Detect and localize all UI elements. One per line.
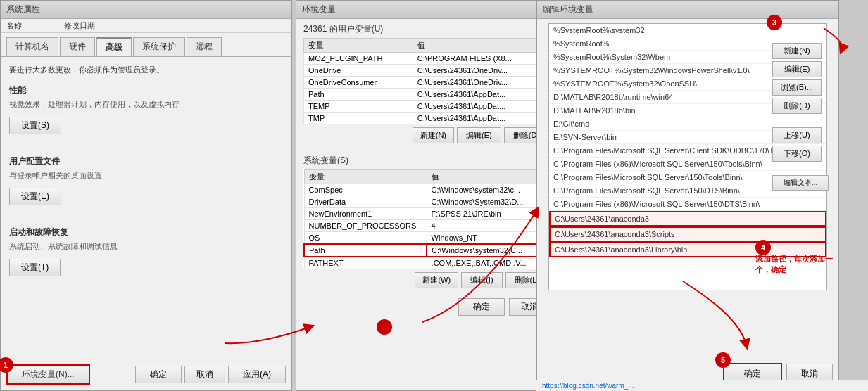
performance-section: 性能 视觉效果，处理器计划，内存使用，以及虚拟内存 设置(S) [9,84,283,146]
sys-apply-btn[interactable]: 应用(A) [228,366,286,383]
sys-val-col: 值 [427,170,548,184]
sys-cancel-btn[interactable]: 取消 [184,366,225,383]
sys-var-row[interactable]: NUMBER_OF_PROCESSORS4 [304,220,548,232]
sys-var-row[interactable]: OSWindows_NT [304,232,548,245]
sys-props-title: 系统属性 [6,4,40,15]
performance-title: 性能 [9,84,283,96]
badge-2 [377,319,392,335]
path-move-up-btn[interactable]: 上移(U) [772,127,822,143]
user-vars-label: 24361 的用户变量(U) [303,23,548,35]
startup-settings-btn[interactable]: 设置(T) [9,259,61,276]
sys-notice: 要进行大多数更改，你必须作为管理员登录。 [9,64,283,76]
path-dialog-title: 编辑环境变量 [537,1,838,19]
user-var-row[interactable]: TEMPC:\Users\24361\AppDat... [304,101,548,113]
tabs-container: 计算机名 硬件 高级 系统保护 远程 [1,33,291,57]
path-edit-dialog: 编辑环境变量 %SystemRoot%\system32%SystemRoot%… [536,0,839,391]
path-delete-btn[interactable]: 删除(D) [772,98,822,114]
sys-content: 要进行大多数更改，你必须作为管理员登录。 性能 视觉效果，处理器计划，内存使用，… [1,57,291,305]
path-list-item[interactable]: C:\Program Files (x86)\Microsoft SQL Ser… [549,198,826,211]
badge-5: 5 [715,352,731,368]
user-profile-title: 用户配置文件 [9,155,283,167]
sys-var-row[interactable]: DriverDataC:\Windows\System32\D... [304,196,548,208]
startup-recovery-section: 启动和故障恢复 系统启动、系统故障和调试信息 设置(T) [9,226,283,288]
env-dialog-title: 环境变量 [296,1,555,19]
user-profile-section: 用户配置文件 与登录帐户相关的桌面设置 设置(E) [9,155,283,217]
sys-edit-btn[interactable]: 编辑(I) [461,272,502,288]
env-vars-button[interactable]: 环境变量(N)... [6,364,90,385]
user-val-col: 值 [413,39,548,53]
user-var-row[interactable]: MOZ_PLUGIN_PATHC:\PROGRAM FILES (X8... [304,53,548,65]
sys-var-row[interactable]: PathC:\Windows\system32;C... [304,244,548,257]
col-name: 名称 [6,20,22,31]
path-move-down-btn[interactable]: 下移(O) [772,146,822,162]
user-vars-btns: 新建(N) 编辑(E) 删除(D) [303,127,548,143]
user-vars-section: 24361 的用户变量(U) 变量 值 MOZ_PLUGIN_PATHC:\PR… [296,19,555,150]
performance-desc: 视觉效果，处理器计划，内存使用，以及虚拟内存 [9,99,283,110]
path-list-item[interactable]: C:\Users\24361\anaconda3\Scripts [549,226,826,242]
startup-title: 启动和故障恢复 [9,226,283,238]
sys-props-titlebar: 系统属性 [1,1,291,19]
tab-remote[interactable]: 远程 [187,37,222,56]
path-edit-text-btn[interactable]: 编辑文本... [772,175,829,191]
path-edit-btn[interactable]: 编辑(E) [772,61,822,77]
tab-system-protection[interactable]: 系统保护 [133,37,185,56]
sys-new-btn[interactable]: 新建(W) [415,272,458,288]
user-var-row[interactable]: OneDriveConsumerC:\Users\24361\OneDriv..… [304,77,548,89]
user-new-btn[interactable]: 新建(N) [413,127,454,143]
path-list-item[interactable]: %SystemRoot%\system32 [549,24,826,37]
badge-4: 4 [755,240,771,255]
sys-vars-section: 系统变量(S) 变量 值 ComSpecC:\Windows\system32\… [296,150,555,295]
system-properties-window: 系统属性 名称 修改日期 计算机名 硬件 高级 系统保护 远程 要进行大多数更改… [0,0,292,391]
startup-desc: 系统启动、系统故障和调试信息 [9,241,283,252]
user-var-col: 变量 [304,39,413,53]
env-ok-btn[interactable]: 确定 [458,298,505,316]
path-browse-btn[interactable]: 浏览(B)... [772,79,822,96]
file-list-header: 名称 修改日期 [1,19,291,33]
user-edit-btn[interactable]: 编辑(E) [457,127,501,143]
col-date: 修改日期 [64,20,95,31]
sys-var-col: 变量 [304,170,427,184]
sys-ok-btn[interactable]: 确定 [135,366,182,383]
sys-var-row[interactable]: PATHEXT.COM;.EXE;.BAT;.CMD;.V... [304,257,548,269]
badge-3: 3 [767,15,782,30]
performance-settings-btn[interactable]: 设置(S) [9,117,61,134]
bottom-url: https://blog.csdn.net/warm_... [542,382,634,390]
path-new-btn[interactable]: 新建(N) [772,43,822,59]
user-var-row[interactable]: TMPC:\Users\24361\AppDat... [304,113,548,124]
sys-vars-label: 系统变量(S) [303,155,548,167]
tab-advanced[interactable]: 高级 [96,37,132,56]
path-list-item[interactable]: C:\Users\24361\anaconda3\Library\bin [549,242,826,257]
sys-var-row[interactable]: NewEnvironment1F:\SPSS 21\JRE\bin [304,208,548,220]
user-var-row[interactable]: PathC:\Users\24361\AppDat... [304,89,548,101]
sys-vars-btns: 新建(W) 编辑(I) 删除(L) [303,272,548,288]
user-profile-settings-btn[interactable]: 设置(E) [9,188,61,205]
user-profile-desc: 与登录帐户相关的桌面设置 [9,170,283,181]
sys-var-row[interactable]: ComSpecC:\Windows\system32\c... [304,184,548,196]
path-action-buttons: 新建(N) 编辑(E) 浏览(B)... 删除(D) 上移(U) 下移(O) 编… [772,43,829,191]
sys-vars-table: 变量 值 ComSpecC:\Windows\system32\c...Driv… [303,169,548,269]
tab-computer-name[interactable]: 计算机名 [6,37,58,56]
user-var-row[interactable]: OneDriveC:\Users\24361\OneDriv... [304,65,548,77]
tab-hardware[interactable]: 硬件 [60,37,95,56]
path-list-item[interactable]: C:\Users\24361\anaconda3 [549,211,826,226]
user-vars-table: 变量 值 MOZ_PLUGIN_PATHC:\PROGRAM FILES (X8… [303,38,548,124]
env-vars-dialog: 环境变量 24361 的用户变量(U) 变量 值 MOZ_PLUGIN_PATH… [296,0,556,391]
